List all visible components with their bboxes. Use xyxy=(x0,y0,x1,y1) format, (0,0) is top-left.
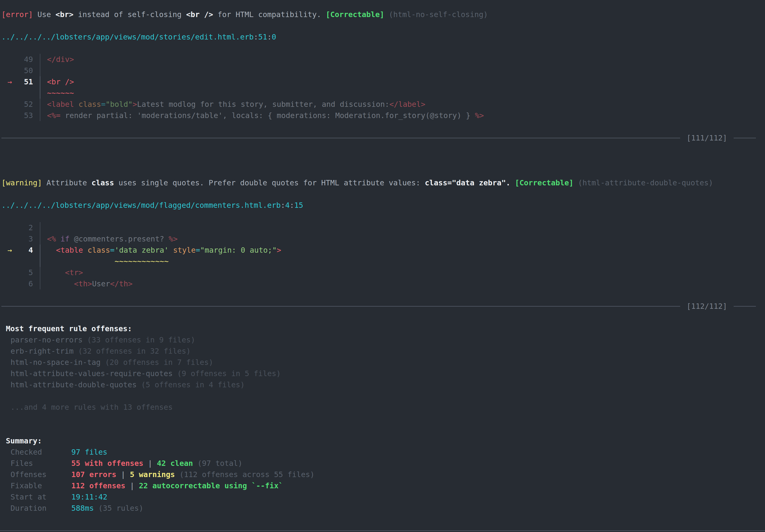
code-gutter: →4 xyxy=(1,245,33,256)
summary-label: Checked xyxy=(11,446,71,458)
offense-message: [error] Use <br> instead of self-closing… xyxy=(1,9,765,20)
blank-line xyxy=(1,155,765,166)
code-gutter: 6 xyxy=(1,278,33,289)
text-segment: for HTML compatibility. xyxy=(213,10,326,19)
rule-item: html-no-space-in-tag (20 offenses in 7 f… xyxy=(11,357,765,368)
text-segment: (97 total) xyxy=(197,459,243,468)
summary-table: Checked97 filesFiles55 with offenses | 4… xyxy=(1,446,765,514)
text-segment: [error] xyxy=(1,10,33,19)
text-segment: <br> xyxy=(55,10,73,19)
text-segment xyxy=(384,10,389,19)
line-number: 4 xyxy=(17,245,33,256)
rule-name: html-attribute-double-quotes xyxy=(11,380,137,389)
text-segment: (html-no-self-closing) xyxy=(389,10,488,19)
text-segment: </div> xyxy=(47,55,74,64)
text-segment: Latest modlog for this story, submitter,… xyxy=(137,100,389,109)
text-segment xyxy=(193,459,197,468)
summary-value: 19:11:42 xyxy=(71,491,107,503)
current-line-arrow-icon xyxy=(1,87,17,99)
code-gutter: 52 xyxy=(1,99,33,110)
current-line-arrow-icon xyxy=(1,65,17,76)
code-gutter: 50 xyxy=(1,65,33,76)
text-segment: > xyxy=(277,246,281,255)
text-segment xyxy=(83,246,87,255)
text-segment: class xyxy=(87,246,110,255)
current-line-arrow-icon: → xyxy=(1,76,17,87)
text-segment: render partial: 'moderations/table', loc… xyxy=(61,111,475,120)
line-number: 53 xyxy=(17,110,33,121)
current-line-arrow-icon xyxy=(1,233,17,245)
code-gutter: 3 xyxy=(1,233,33,245)
rule-offense-count: (33 offenses in 9 files) xyxy=(87,335,195,344)
code-line: 49</div> xyxy=(1,54,765,65)
terminal-screen: { "palette": { "background": "#272c33", … xyxy=(0,0,765,532)
code-content: ~~~~~~ xyxy=(40,87,74,99)
code-content: <% if @commenters.present? %> xyxy=(40,233,178,245)
rule-offense-list: parser-no-errors (33 offenses in 9 files… xyxy=(1,334,765,390)
text-segment: <br /> xyxy=(47,77,74,86)
squiggle-line: ~~~~~~~~~~~~ xyxy=(1,256,765,267)
bottom-separator-line xyxy=(0,530,765,532)
blank-line xyxy=(1,390,765,401)
text-segment: 588ms xyxy=(71,504,94,513)
text-segment: 51 xyxy=(258,33,267,41)
blank-line xyxy=(1,121,765,132)
line-number xyxy=(17,256,33,267)
text-segment: <th> xyxy=(74,279,92,288)
text-segment: %> xyxy=(169,235,178,243)
text-segment: 97 files xyxy=(71,448,107,456)
code-line: 52<label class="bold">Latest modlog for … xyxy=(1,99,765,110)
rule-item: html-attribute-double-quotes (5 offenses… xyxy=(11,379,765,390)
text-segment: "margin: 0 auto;" xyxy=(200,246,277,255)
line-number: 6 xyxy=(17,278,33,289)
blank-line xyxy=(1,413,765,424)
lint-terminal-output: [error] Use <br> instead of self-closing… xyxy=(0,9,765,514)
text-segment xyxy=(169,246,173,255)
more-rules-note: ...and 4 more rules with 13 offenses xyxy=(11,401,765,413)
line-number: 5 xyxy=(17,267,33,278)
blank-line xyxy=(1,166,765,177)
rule-name: html-no-space-in-tag xyxy=(11,358,101,367)
blank-line xyxy=(1,144,765,155)
offense-message: [warning] Attribute class uses single qu… xyxy=(1,177,765,189)
current-line-arrow-icon xyxy=(1,222,17,233)
code-snippet: 49</div>50→51<br />~~~~~~52<label class=… xyxy=(1,54,765,121)
summary-row: Offenses107 errors | 5 warnings (112 off… xyxy=(1,469,765,480)
rule-name: html-attribute-values-require-quotes xyxy=(11,369,173,378)
text-segment: 4 xyxy=(285,201,290,210)
blank-line xyxy=(1,211,765,222)
text-segment: | xyxy=(125,481,139,490)
text-segment: : xyxy=(290,201,294,210)
text-segment: </th> xyxy=(110,279,133,288)
summary-row: Files55 with offenses | 42 clean (97 tot… xyxy=(1,458,765,469)
rule-offense-count: (9 offenses in 5 files) xyxy=(177,369,281,378)
code-content: ~~~~~~~~~~~~ xyxy=(40,256,169,267)
blank-line xyxy=(1,312,765,323)
line-number xyxy=(17,87,33,99)
blank-line xyxy=(1,20,765,31)
rule-name: parser-no-errors xyxy=(11,335,83,344)
rule-item: html-attribute-values-require-quotes (9 … xyxy=(11,368,765,379)
line-number: 3 xyxy=(17,233,33,245)
text-segment: class xyxy=(79,100,101,109)
summary-value: 107 errors | 5 warnings (112 offenses ac… xyxy=(71,469,315,480)
summary-value: 55 with offenses | 42 clean (97 total) xyxy=(71,458,243,469)
code-gutter: 5 xyxy=(1,267,33,278)
current-line-arrow-icon xyxy=(1,99,17,110)
text-segment: 5 warnings xyxy=(130,470,175,479)
text-segment: 107 errors xyxy=(71,470,116,479)
text-segment: [Correctable] xyxy=(515,178,573,187)
code-content: <label class="bold">Latest modlog for th… xyxy=(40,99,425,110)
current-line-arrow-icon: → xyxy=(1,245,17,256)
line-number: 52 xyxy=(17,99,33,110)
text-segment: (112 offenses across 55 files) xyxy=(179,470,315,479)
text-segment: 15 xyxy=(294,201,303,210)
text-segment: = xyxy=(110,246,115,255)
code-line: 6 <th>User</th> xyxy=(1,278,765,289)
text-segment xyxy=(47,268,65,277)
code-gutter xyxy=(1,256,33,267)
text-segment: User xyxy=(92,279,110,288)
text-segment: 'data zebra' xyxy=(115,246,169,255)
rule-offense-count: (32 offenses in 32 files) xyxy=(78,347,191,355)
text-segment: | xyxy=(143,459,157,468)
